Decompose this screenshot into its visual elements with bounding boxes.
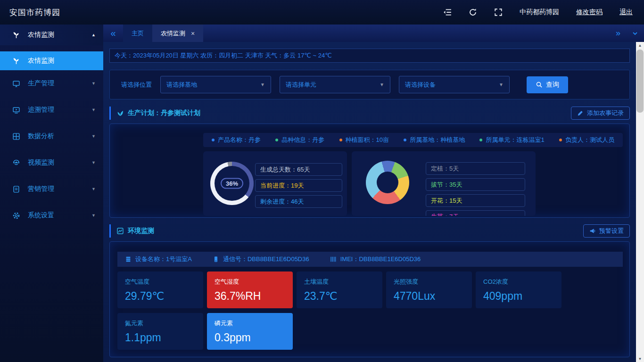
bullet-icon xyxy=(479,139,482,141)
chevron-down-icon: ▼ xyxy=(91,213,96,218)
environment-section-header: 环境监测 预警设置 xyxy=(109,224,630,238)
base-select[interactable]: 请选择基地 ▼ xyxy=(160,76,271,93)
sensor-value: 29.79℃ xyxy=(125,290,196,303)
filter-panel: 请选择位置 请选择基地 ▼ 请选择单元 ▼ 请选择设备 ▼ 查询 xyxy=(109,70,630,99)
tabs-menu-chevron-icon[interactable] xyxy=(632,30,638,37)
chevron-down-icon: ▼ xyxy=(91,81,96,86)
sidebar-item-video[interactable]: 视频监测 ▼ xyxy=(0,149,103,176)
phone-icon xyxy=(213,256,219,263)
sensor-label: 空气温度 xyxy=(125,278,196,286)
sensor-card-air-temp[interactable]: 空气温度 29.79℃ xyxy=(117,272,203,308)
vertical-scrollbar[interactable]: ▲ ▼ xyxy=(636,42,644,362)
search-button[interactable]: 查询 xyxy=(527,76,568,93)
base-select-value: 请选择基地 xyxy=(166,81,197,89)
plan-info-row: 产品名称：丹参 品种信息：丹参 种植面积：10亩 所属基地：种植基地 所属单元：… xyxy=(203,133,623,147)
stage-row-kaihua: 开花：15天 xyxy=(426,194,525,207)
tab-label: 农情监测 xyxy=(161,29,185,38)
tab-home[interactable]: 主页 xyxy=(123,25,152,42)
warning-settings-button[interactable]: 预警设置 xyxy=(583,224,630,238)
search-button-label: 查询 xyxy=(546,81,559,89)
environment-icon xyxy=(116,227,124,235)
scroll-down-icon[interactable]: ▼ xyxy=(636,355,644,362)
gear-icon xyxy=(12,212,20,220)
stat-current-days: 当前进度：19天 xyxy=(255,179,342,192)
chevron-down-icon: ▼ xyxy=(91,107,96,112)
donut-hole xyxy=(377,172,398,193)
add-farm-record-button[interactable]: 添加农事记录 xyxy=(571,107,630,120)
sensor-card-phosphorus[interactable]: 磷元素 0.3ppm xyxy=(207,313,293,350)
crop-photo xyxy=(117,134,195,209)
device-comm-number: 通信号：DBB8BBE1E6D05D36 xyxy=(213,255,309,263)
sensor-label: 磷元素 xyxy=(215,319,285,328)
change-password-link[interactable]: 修改密码 xyxy=(576,8,603,16)
plan-info-item: 产品名称：丹参 xyxy=(212,136,261,144)
sidebar-item-label: 营销管理 xyxy=(28,185,54,193)
sensor-card-air-humidity[interactable]: 空气湿度 36.7%RH xyxy=(207,272,293,308)
progress-ring-chart: 36% xyxy=(210,162,254,205)
sidebar-item-label: 视频监测 xyxy=(28,158,54,167)
chevron-up-icon: ▲ xyxy=(91,33,96,37)
sidebar-item-marketing[interactable]: 营销管理 ▼ xyxy=(0,176,103,202)
search-icon xyxy=(536,81,543,88)
bullet-icon xyxy=(559,139,562,141)
production-section-title: 生产计划：丹参测试计划 xyxy=(128,109,200,117)
tab-label: 主页 xyxy=(132,29,144,38)
sidebar-item-agri-monitor-active[interactable]: 农情监测 xyxy=(0,51,103,70)
scroll-up-icon[interactable]: ▲ xyxy=(636,42,644,49)
device-select[interactable]: 请选择设备 ▼ xyxy=(399,76,510,93)
sidebar-item-production[interactable]: 生产管理 ▼ xyxy=(0,70,103,97)
date-weather-text: 今天：2023年05月20日 星期六 农历：四月初二 天津市 天气：多云 17℃… xyxy=(115,51,332,60)
sidebar-item-data-analysis[interactable]: 数据分析 ▼ xyxy=(0,123,103,149)
production-section-header: 生产计划：丹参测试计划 添加农事记录 xyxy=(109,107,630,120)
logout-link[interactable]: 退出 xyxy=(619,8,633,16)
refresh-icon[interactable] xyxy=(469,8,477,16)
sprout-icon xyxy=(12,31,20,39)
barcode-icon xyxy=(330,256,337,263)
tabs-collapse-left-icon[interactable]: « xyxy=(103,25,123,42)
tab-agri-monitor[interactable]: 农情监测 × xyxy=(152,25,203,42)
sensor-label: 空气湿度 xyxy=(215,278,285,286)
sidebar-item-label: 追溯管理 xyxy=(28,106,54,114)
bullet-icon xyxy=(404,139,406,141)
chevron-down-icon: ▼ xyxy=(91,160,96,165)
device-imei: IMEI：DBB8BBE1E6D05D36 xyxy=(330,255,421,263)
sidebar-item-label: 生产管理 xyxy=(28,79,54,88)
sensor-card-co2[interactable]: CO2浓度 409ppm xyxy=(476,272,561,308)
plan-info-item: 种植面积：10亩 xyxy=(339,136,389,144)
org-name: 中药都药博园 xyxy=(520,8,559,16)
sprout-icon xyxy=(12,57,20,65)
megaphone-icon xyxy=(589,228,596,234)
growth-stage-donut-chart xyxy=(366,161,409,204)
stage-row-dingzhi: 定植：5天 xyxy=(426,162,525,175)
close-icon[interactable]: × xyxy=(191,30,195,37)
unit-select[interactable]: 请选择单元 ▼ xyxy=(280,76,390,93)
environment-panel: 设备名称：1号温室A 通信号：DBB8BBE1E6D05D36 IMEI：DBB… xyxy=(109,241,630,357)
sensor-value: 0.3ppm xyxy=(215,331,285,344)
sensor-card-nitrogen[interactable]: 氮元素 1.1ppm xyxy=(117,313,203,350)
plan-info-item: 所属单元：连栋温室1 xyxy=(479,136,544,144)
menu-fold-icon[interactable] xyxy=(443,8,452,16)
sidebar-group-agri-monitor[interactable]: 农情监测 ▲ xyxy=(0,25,103,45)
growth-stage-box: 定植：5天 拔节：35天 开花：15天 生茎：7天 xyxy=(352,151,536,216)
sensor-value: 409ppm xyxy=(483,290,554,303)
stat-total-days: 生成总天数：65天 xyxy=(255,163,342,176)
bullet-icon xyxy=(339,139,342,141)
fullscreen-icon[interactable] xyxy=(494,8,503,16)
sensor-label: 光照强度 xyxy=(394,278,464,286)
sidebar-item-label: 数据分析 xyxy=(28,132,54,140)
monitor-play-icon xyxy=(12,106,20,114)
scrollbar-thumb[interactable] xyxy=(636,49,644,113)
topbar-actions: 中药都药博园 修改密码 退出 xyxy=(443,8,644,16)
sensor-label: 土壤温度 xyxy=(304,278,375,286)
plan-info-item: 负责人：测试人员 xyxy=(559,136,614,144)
location-label: 请选择位置 xyxy=(121,81,152,89)
sensor-card-soil-temp[interactable]: 土壤温度 23.7℃ xyxy=(297,272,382,308)
sidebar-item-settings[interactable]: 系统设置 ▼ xyxy=(0,202,103,229)
progress-stats-box: 36% 生成总天数：65天 当前进度：19天 剩余进度：46天 xyxy=(203,151,347,216)
monitor-icon xyxy=(12,80,20,88)
sensor-card-light[interactable]: 光照强度 4770Lux xyxy=(386,272,472,308)
sensor-value: 36.7%RH xyxy=(215,290,285,303)
sidebar-item-trace[interactable]: 追溯管理 ▼ xyxy=(0,97,103,123)
progress-percent: 36% xyxy=(221,178,243,189)
tabs-scroll-right-icon[interactable]: » xyxy=(616,28,620,38)
